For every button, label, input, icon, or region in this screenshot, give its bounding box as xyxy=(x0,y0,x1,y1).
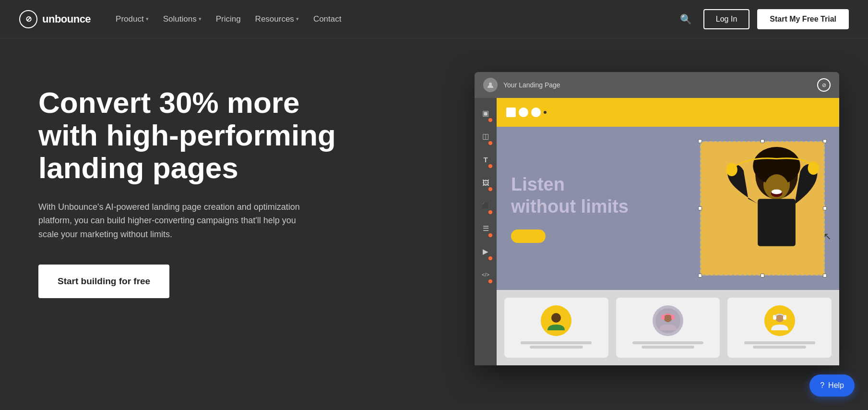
profile-lines-2 xyxy=(624,340,713,350)
builder-canvas: Listen without limits xyxy=(497,98,839,365)
login-button[interactable]: Log In xyxy=(703,9,749,29)
tool-dot xyxy=(488,233,492,237)
selection-handle-bm[interactable] xyxy=(761,274,764,277)
logo[interactable]: ⊘ unbounce xyxy=(19,10,91,28)
profile-line xyxy=(632,341,703,344)
builder-page-title: Your Landing Page xyxy=(503,81,560,89)
selection-handle-bl[interactable] xyxy=(698,274,702,277)
hero-subtext: With Unbounce's AI-powered landing page … xyxy=(38,200,307,241)
profile-person-2 xyxy=(655,308,680,333)
shape-dot xyxy=(544,111,547,114)
header: ⊘ unbounce Product ▾ Solutions ▾ Pricing… xyxy=(0,0,868,38)
code-tool[interactable]: </> xyxy=(476,263,495,286)
selection-handle-mr[interactable] xyxy=(823,206,827,210)
profile-avatar-1 xyxy=(541,305,571,336)
canvas-shapes xyxy=(506,108,547,117)
person-illustration xyxy=(701,142,824,275)
canvas-image-area xyxy=(700,141,825,276)
builder-logo-icon: ⊘ xyxy=(817,78,831,92)
builder-topbar: Your Landing Page ⊘ xyxy=(475,72,839,98)
profile-line xyxy=(744,341,815,344)
image-tool[interactable]: 🖼 xyxy=(476,171,495,194)
search-button[interactable]: 🔍 xyxy=(676,10,696,29)
profile-card-1 xyxy=(504,298,608,358)
canvas-text-area: Listen without limits xyxy=(511,174,700,242)
avatar xyxy=(483,78,498,92)
svg-point-7 xyxy=(772,190,782,194)
chevron-down-icon: ▾ xyxy=(146,16,149,22)
profile-card-3 xyxy=(727,298,832,358)
button-icon: ⬛ xyxy=(482,202,489,209)
profile-avatar-2 xyxy=(653,305,683,336)
shape-square xyxy=(506,108,516,117)
tool-dot xyxy=(488,256,492,260)
hero-heading: Convert 30% morewith high-performingland… xyxy=(38,86,336,185)
list-tool[interactable]: ☰ xyxy=(476,217,495,240)
hero-section: Convert 30% morewith high-performingland… xyxy=(0,38,868,403)
canvas-header-bar xyxy=(497,98,839,127)
svg-point-9 xyxy=(726,163,737,176)
tool-dot xyxy=(488,279,492,283)
code-icon: </> xyxy=(482,272,489,277)
canvas-main-area: Listen without limits xyxy=(497,127,839,290)
main-nav: Product ▾ Solutions ▾ Pricing Resources … xyxy=(110,11,347,28)
cta-button[interactable]: Start building for free xyxy=(38,265,169,298)
text-icon: T xyxy=(483,156,488,164)
profile-lines-3 xyxy=(735,340,824,350)
logo-text: unbounce xyxy=(42,13,91,25)
tool-dot xyxy=(488,164,492,168)
selection-handle-ml[interactable] xyxy=(698,206,702,210)
header-left: ⊘ unbounce Product ▾ Solutions ▾ Pricing… xyxy=(19,10,347,28)
svg-point-10 xyxy=(808,162,820,175)
profile-lines-1 xyxy=(512,340,601,350)
nav-contact[interactable]: Contact xyxy=(308,11,347,28)
help-button[interactable]: ? Help xyxy=(809,374,855,397)
image-icon: 🖼 xyxy=(482,179,489,187)
selection-handle-tm[interactable] xyxy=(761,139,764,143)
button-tool[interactable]: ⬛ xyxy=(476,194,495,217)
trial-button[interactable]: Start My Free Trial xyxy=(757,9,849,29)
selection-handle-br[interactable] xyxy=(823,274,827,277)
text-tool[interactable]: T xyxy=(476,148,495,171)
video-icon: ▶ xyxy=(483,247,488,256)
canvas-cta-button[interactable] xyxy=(511,229,546,243)
svg-rect-8 xyxy=(758,199,796,246)
tool-dot xyxy=(488,187,492,191)
nav-resources[interactable]: Resources ▾ xyxy=(250,11,305,28)
selection-handle-tl[interactable] xyxy=(698,139,702,143)
selection-handle-tr[interactable] xyxy=(823,139,827,143)
header-right: 🔍 Log In Start My Free Trial xyxy=(676,9,849,29)
builder-body: ▣ ◫ T 🖼 ⬛ xyxy=(475,98,839,365)
shape-circle2 xyxy=(531,108,541,117)
video-tool[interactable]: ▶ xyxy=(476,240,495,263)
nav-pricing[interactable]: Pricing xyxy=(210,11,247,28)
profile-line xyxy=(642,346,695,349)
hero-left: Convert 30% morewith high-performingland… xyxy=(38,67,336,298)
svg-point-12 xyxy=(551,313,561,323)
help-icon: ? xyxy=(820,381,824,390)
canvas-image-box xyxy=(700,141,825,276)
tool-dot xyxy=(488,141,492,145)
canvas-profile-cards xyxy=(497,290,839,365)
builder-sidebar: ▣ ◫ T 🖼 ⬛ xyxy=(475,98,497,365)
profile-avatar-3 xyxy=(764,305,795,336)
nav-solutions[interactable]: Solutions ▾ xyxy=(157,11,207,28)
section-tool[interactable]: ◫ xyxy=(476,125,495,148)
builder-topbar-left: Your Landing Page xyxy=(483,78,560,92)
nav-product[interactable]: Product ▾ xyxy=(110,11,155,28)
profile-line xyxy=(753,346,806,349)
tool-dot xyxy=(488,210,492,214)
list-icon: ☰ xyxy=(483,224,489,233)
layout-tool[interactable]: ▣ xyxy=(476,102,495,125)
logo-icon: ⊘ xyxy=(19,10,37,28)
tool-dot xyxy=(488,118,492,122)
chevron-down-icon: ▾ xyxy=(296,16,299,22)
profile-line xyxy=(530,346,583,349)
section-icon: ◫ xyxy=(482,132,489,141)
canvas-main-heading: Listen without limits xyxy=(511,174,700,217)
shape-circle xyxy=(519,108,528,117)
profile-person-3 xyxy=(767,308,792,333)
search-icon: 🔍 xyxy=(680,14,692,24)
profile-line xyxy=(521,341,592,344)
chevron-down-icon: ▾ xyxy=(199,16,202,22)
